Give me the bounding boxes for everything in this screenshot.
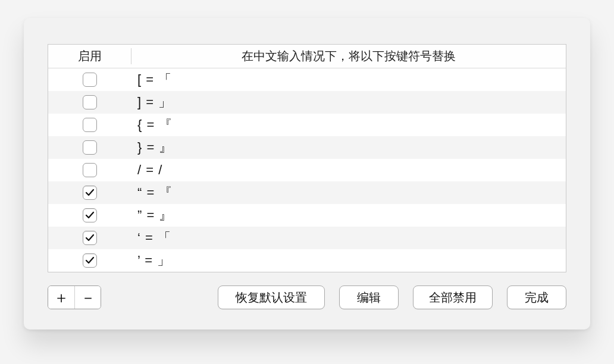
table-row[interactable]: ‘ = 「 — [48, 227, 566, 249]
enable-checkbox[interactable] — [83, 95, 97, 109]
check-icon — [85, 188, 95, 197]
cell-replacement-text: ’ = 」 — [131, 252, 566, 269]
enable-checkbox[interactable] — [83, 140, 97, 155]
table-body: [ = 「] = 」{ = 『} = 』/ = /“ = 『” = 』‘ = 「… — [48, 68, 566, 272]
enable-checkbox[interactable] — [83, 186, 97, 200]
table-row[interactable]: [ = 「 — [48, 68, 566, 91]
cell-enable — [48, 140, 131, 155]
cell-replacement-text: } = 』 — [131, 139, 566, 156]
table-row[interactable]: ’ = 」 — [48, 249, 566, 272]
footer: ＋ － 恢复默认设置 编辑 全部禁用 完成 — [48, 285, 566, 309]
cell-enable — [48, 208, 131, 222]
table-row[interactable]: “ = 『 — [48, 181, 566, 204]
cell-enable — [48, 118, 131, 132]
column-header-description: 在中文输入情况下，将以下按键符号替换 — [131, 45, 566, 68]
table-row[interactable]: / = / — [48, 159, 566, 181]
enable-checkbox[interactable] — [83, 73, 97, 87]
replacement-table: 启用 在中文输入情况下，将以下按键符号替换 [ = 「] = 」{ = 『} =… — [48, 44, 566, 272]
cell-replacement-text: [ = 「 — [131, 71, 566, 89]
table-row[interactable]: { = 『 — [48, 114, 566, 136]
enable-checkbox[interactable] — [83, 231, 97, 245]
enable-checkbox[interactable] — [83, 118, 97, 132]
enable-checkbox[interactable] — [83, 208, 97, 222]
cell-enable — [48, 231, 131, 245]
table-row[interactable]: ] = 」 — [48, 91, 566, 114]
plus-icon: ＋ — [54, 287, 69, 308]
table-header: 启用 在中文输入情况下，将以下按键符号替换 — [48, 45, 566, 68]
cell-replacement-text: ‘ = 「 — [131, 229, 566, 247]
column-header-enable: 启用 — [48, 45, 131, 68]
table-row[interactable]: } = 』 — [48, 136, 566, 159]
restore-defaults-button[interactable]: 恢复默认设置 — [218, 285, 325, 309]
edit-button[interactable]: 编辑 — [339, 285, 399, 309]
check-icon — [85, 233, 95, 243]
enable-checkbox[interactable] — [83, 163, 97, 177]
cell-replacement-text: / = / — [131, 162, 566, 178]
check-icon — [85, 211, 95, 220]
disable-all-button[interactable]: 全部禁用 — [413, 285, 493, 309]
cell-enable — [48, 186, 131, 200]
cell-replacement-text: ” = 』 — [131, 206, 566, 224]
add-remove-segment: ＋ － — [48, 285, 101, 309]
cell-enable — [48, 253, 131, 268]
table-row[interactable]: ” = 』 — [48, 204, 566, 227]
minus-icon: － — [80, 287, 96, 308]
cell-replacement-text: “ = 『 — [131, 184, 566, 202]
cell-replacement-text: { = 『 — [131, 116, 566, 134]
cell-enable — [48, 95, 131, 109]
done-button[interactable]: 完成 — [507, 285, 566, 309]
add-button[interactable]: ＋ — [48, 286, 74, 309]
check-icon — [85, 256, 95, 265]
cell-enable — [48, 163, 131, 177]
enable-checkbox[interactable] — [83, 253, 97, 268]
remove-button[interactable]: － — [74, 286, 101, 309]
preferences-panel: 启用 在中文输入情况下，将以下按键符号替换 [ = 「] = 」{ = 『} =… — [24, 18, 590, 330]
cell-replacement-text: ] = 」 — [131, 93, 566, 111]
cell-enable — [48, 73, 131, 87]
